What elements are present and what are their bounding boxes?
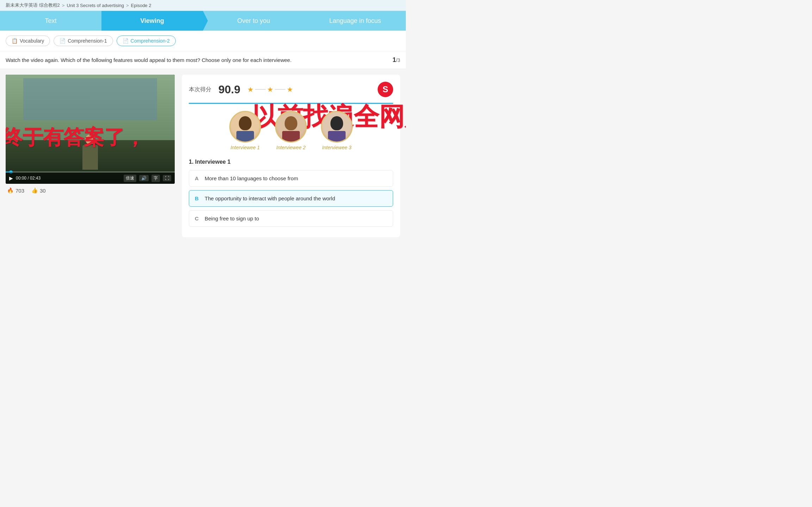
instruction-bar: Watch the video again. Which of the foll… [0,51,406,69]
subtab-comprehension2[interactable]: 📄 Comprehension-2 [117,36,176,46]
option-a-text: More than 10 languages to choose from [205,175,298,181]
breadcrumb-home: 新未来大学英语 综合教程2 [6,2,60,8]
face-body-2 [282,131,300,142]
breadcrumb-episode: Episode 2 [131,3,151,8]
page-indicator: 1/3 [392,56,400,64]
comprehension2-icon: 📄 [123,38,129,44]
main-content: 终于有答案了， ▶ 00:00 / 02:43 倍速 🔊 字 ⛶ [0,69,406,243]
option-a-letter: A [195,175,200,181]
subtab-vocabulary[interactable]: 📋 Vocabulary [6,36,50,46]
interviewee-label-1: Interviewee 1 [230,145,260,150]
avatar-1 [229,111,261,143]
avatar-3 [321,111,353,143]
video-container[interactable]: 终于有答案了， ▶ 00:00 / 02:43 倍速 🔊 字 ⛶ [6,75,175,184]
question-section: 1. Interviewee 1 A More than 10 language… [189,159,393,227]
option-b-letter: B [195,195,200,201]
face-head-1 [239,116,252,130]
interviewee-3: Interviewee 3 [321,111,353,150]
volume-button[interactable]: 🔊 [139,175,149,181]
fullscreen-button[interactable]: ⛶ [163,175,171,181]
controls-right: 倍速 🔊 字 ⛶ [124,175,171,182]
face-body-3 [328,131,346,142]
avatar-face-2 [282,116,300,142]
star-3: ★ [287,85,293,94]
face-head-3 [330,116,343,130]
interviewee-1: Interviewee 1 [229,111,261,150]
subtitle-button[interactable]: 字 [151,175,160,182]
interviewee-2: Interviewee 2 [275,111,307,150]
stars: ★ ★ ★ [247,85,293,94]
right-panel: 本次得分 90.9 ★ ★ ★ S 以前找遍全网只到U2 [182,75,400,237]
breadcrumb-sep2: > [126,3,129,8]
star-connector-1 [255,89,266,90]
vocabulary-icon: 📋 [12,38,18,44]
star-2: ★ [267,85,273,94]
face-head-2 [285,116,297,130]
like-icon: 👍 [31,187,38,194]
grade-badge: S [378,82,393,97]
video-panel: 终于有答案了， ▶ 00:00 / 02:43 倍速 🔊 字 ⛶ [6,75,175,237]
tab-viewing[interactable]: Viewing [101,11,203,31]
speed-button[interactable]: 倍速 [124,175,136,182]
tab-bar: Text Viewing Over to you Language in foc… [0,11,406,31]
time-display: 00:00 / 02:43 [16,176,41,181]
instruction-text: Watch the video again. Which of the foll… [6,57,292,63]
option-a[interactable]: A More than 10 languages to choose from [189,170,393,187]
comprehension1-icon: 📄 [60,38,66,44]
option-b[interactable]: B The opportunity to interact with peopl… [189,190,393,207]
face-body-1 [236,131,254,142]
video-controls: ▶ 00:00 / 02:43 倍速 🔊 字 ⛶ [6,173,175,184]
person-body [82,145,98,170]
question-title: 1. Interviewee 1 [189,159,393,165]
fire-count: 703 [16,188,24,194]
fire-stat: 🔥 703 [7,187,24,194]
like-count: 30 [40,188,46,194]
interviewee-label-3: Interviewee 3 [322,145,351,150]
breadcrumb-unit: Unit 3 Secrets of advertising [67,3,124,8]
option-c-letter: C [195,215,200,221]
avatar-2 [275,111,307,143]
tab-text[interactable]: Text [0,11,101,31]
interviewee-label-2: Interviewee 2 [276,145,305,150]
fire-icon: 🔥 [7,187,14,194]
option-b-text: The opportunity to interact with people … [205,195,335,201]
play-button[interactable]: ▶ [9,175,13,181]
star-connector-2 [275,89,285,90]
avatar-face-1 [236,116,254,142]
score-value: 90.9 [218,83,240,96]
star-1: ★ [247,85,254,94]
option-c[interactable]: C Being free to sign up to [189,210,393,227]
red-overlay-left: 终于有答案了， [6,126,145,149]
like-stat[interactable]: 👍 30 [31,187,46,194]
building-glass [23,78,157,120]
breadcrumb-sep1: > [62,3,65,8]
tab-over-to-you[interactable]: Over to you [203,11,304,31]
tab-language-in-focus[interactable]: Language in focus [304,11,406,31]
video-stats: 🔥 703 👍 30 [6,184,175,197]
subtab-bar: 📋 Vocabulary 📄 Comprehension-1 📄 Compreh… [0,31,406,51]
breadcrumb: 新未来大学英语 综合教程2 > Unit 3 Secrets of advert… [0,0,406,11]
avatar-face-3 [328,116,346,142]
score-section: 本次得分 90.9 ★ ★ ★ S [189,82,393,104]
subtab-comprehension1[interactable]: 📄 Comprehension-1 [54,36,113,46]
option-c-text: Being free to sign up to [205,215,259,221]
video-scene: 终于有答案了， [6,75,175,184]
score-label: 本次得分 [189,86,211,93]
